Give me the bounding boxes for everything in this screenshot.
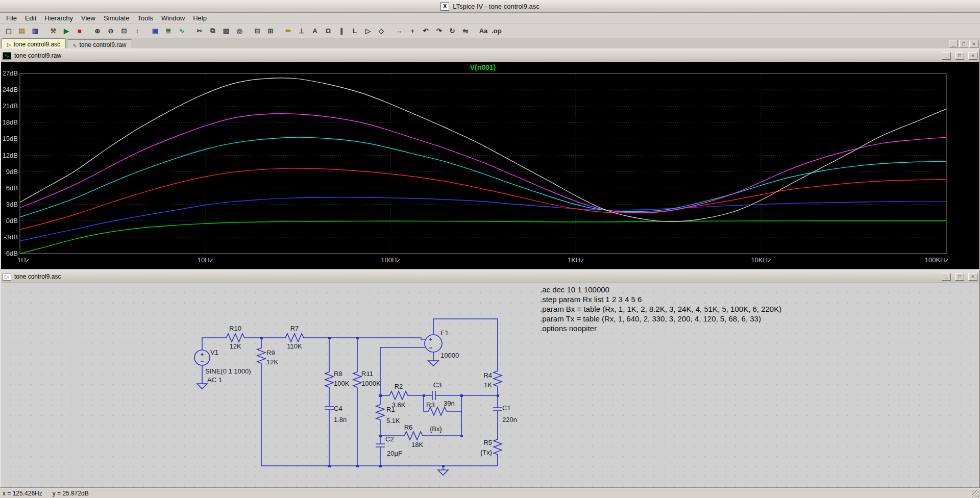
label-R1[interactable]: R1 <box>386 406 395 413</box>
schematic-canvas[interactable]: V1 SINE(0 1 1000) AC 1 R10 12K R9 12K R7… <box>1 283 979 487</box>
resize-grip[interactable] <box>972 490 980 498</box>
capacitor-C2[interactable] <box>376 444 385 447</box>
label-V1[interactable]: V1 <box>210 348 218 356</box>
waveform-plot-pane[interactable]: V(n001) 27dB24dB21dB18dB15dB12dB9dB6dB3d… <box>1 62 979 269</box>
resistor-R10[interactable] <box>223 334 248 342</box>
zoom-full-icon[interactable]: ⊡ <box>117 24 131 37</box>
mdi-minimize-button[interactable]: _ <box>949 40 958 47</box>
spice-directive-param-bx[interactable]: .param Bx = table (Rx, 1, 1K, 2, 8.2K, 3… <box>540 305 781 313</box>
label-R10[interactable]: R10 <box>229 325 241 332</box>
zoom-in-icon[interactable]: ⊕ <box>91 24 104 37</box>
resistor-R11[interactable] <box>353 369 361 390</box>
resistor-R9[interactable] <box>257 345 265 366</box>
value-C4[interactable]: 1.8n <box>334 416 347 424</box>
waveform-maximize-button[interactable]: □ <box>955 52 964 60</box>
label-R11[interactable]: R11 <box>361 370 373 378</box>
resistor-icon[interactable]: Ω <box>322 24 335 37</box>
label-C2[interactable]: C2 <box>385 435 394 443</box>
label-E1[interactable]: E1 <box>440 329 449 337</box>
value-R9[interactable]: 12K <box>266 358 278 366</box>
copy-icon[interactable]: ⧉ <box>206 24 219 37</box>
capacitor-C4[interactable] <box>325 407 334 410</box>
redo-icon[interactable]: ↷ <box>432 24 446 37</box>
ground-icon[interactable]: ⊥ <box>295 24 308 37</box>
value-R5[interactable]: {Tx} <box>480 449 493 456</box>
schematic-minimize-button[interactable]: _ <box>942 273 951 281</box>
spice-directive-icon[interactable]: .op <box>490 24 503 37</box>
capacitor-C3[interactable] <box>432 391 435 400</box>
label-R2[interactable]: R2 <box>395 383 403 390</box>
resistor-R2[interactable] <box>386 391 411 400</box>
resistor-R8[interactable] <box>325 369 333 390</box>
drag-icon[interactable]: + <box>406 24 419 37</box>
print-icon[interactable]: ⊟ <box>251 24 264 37</box>
ground-symbol[interactable] <box>197 361 448 475</box>
value-R4[interactable]: 1K <box>484 381 492 389</box>
schematic-window-titlebar[interactable]: ▷ tone control9.asc _ □ × <box>1 270 979 283</box>
capacitor-C1[interactable] <box>493 408 502 411</box>
cut-icon[interactable]: ✂ <box>193 24 206 37</box>
value-R6[interactable]: 18K <box>411 441 423 449</box>
voltage-source-V1[interactable] <box>194 350 210 365</box>
mdi-close-button[interactable]: × <box>969 40 978 47</box>
value-R3[interactable]: {Bx} <box>430 425 443 433</box>
label-C4[interactable]: C4 <box>334 405 342 412</box>
menu-file[interactable]: File <box>2 14 21 22</box>
new-schematic-icon[interactable]: ▢ <box>2 24 15 37</box>
view-netlist-icon[interactable]: ≣ <box>162 24 175 37</box>
value-R11[interactable]: 1000K <box>361 380 381 387</box>
waveform-close-button[interactable]: × <box>968 52 977 60</box>
schematic-close-button[interactable]: × <box>968 273 977 281</box>
menu-view[interactable]: View <box>77 14 100 22</box>
value-V1-line2[interactable]: AC 1 <box>207 376 222 384</box>
inductor-icon[interactable]: L <box>348 24 361 37</box>
move-icon[interactable]: ↔ <box>393 24 406 37</box>
menu-tools[interactable]: Tools <box>134 14 157 22</box>
waveform-window-titlebar[interactable]: ∿ tone control9.raw _ □ × <box>1 49 979 62</box>
spice-directive-step[interactable]: .step param Rx list 1 2 3 4 5 6 <box>540 295 642 304</box>
label-R9[interactable]: R9 <box>266 349 275 357</box>
component-icon[interactable]: ◇ <box>375 24 388 37</box>
dependent-source-E1[interactable] <box>425 335 442 352</box>
resistor-R4[interactable] <box>494 368 502 389</box>
label-R4[interactable]: R4 <box>483 371 492 379</box>
diode-icon[interactable]: ▷ <box>361 24 375 37</box>
value-R1[interactable]: 5.1K <box>386 417 400 425</box>
label-R5[interactable]: R5 <box>483 439 492 446</box>
label-C1[interactable]: C1 <box>502 404 511 412</box>
save-icon[interactable]: ▥ <box>29 24 42 37</box>
value-R7[interactable]: 110K <box>287 342 302 350</box>
menu-window[interactable]: Window <box>157 14 189 22</box>
capacitor-icon[interactable]: ∥ <box>335 24 348 37</box>
menu-help[interactable]: Help <box>189 14 211 22</box>
run-icon[interactable]: ▶ <box>60 24 73 37</box>
menu-edit[interactable]: Edit <box>21 14 40 22</box>
value-R8[interactable]: 100K <box>334 380 350 387</box>
view-schematic-icon[interactable]: ▣ <box>149 24 162 37</box>
spice-directive-options[interactable]: .options noopiter <box>540 324 597 333</box>
label-R7[interactable]: R7 <box>290 325 299 332</box>
halt-icon[interactable]: ■ <box>73 24 86 37</box>
waveform-minimize-button[interactable]: _ <box>942 52 951 60</box>
resistor-R7[interactable] <box>282 334 307 342</box>
value-V1-line1[interactable]: SINE(0 1 1000) <box>205 367 251 375</box>
paste-icon[interactable]: ▨ <box>219 24 233 37</box>
zoom-out-icon[interactable]: ⊖ <box>104 24 117 37</box>
view-waveform-icon[interactable]: ∿ <box>175 24 188 37</box>
find-icon[interactable]: ◎ <box>233 24 246 37</box>
schematic-maximize-button[interactable]: □ <box>955 273 964 281</box>
control-panel-icon[interactable]: ⚒ <box>46 24 60 37</box>
spice-directive-param-tx[interactable]: .param Tx = table (Rx, 1, 640, 2, 330, 3… <box>540 314 761 323</box>
rotate-icon[interactable]: ↻ <box>446 24 459 37</box>
open-file-icon[interactable]: ▤ <box>15 24 29 37</box>
value-E1[interactable]: 10000 <box>440 352 459 359</box>
label-R6[interactable]: R6 <box>404 424 413 431</box>
autorange-icon[interactable]: ↕ <box>131 24 144 37</box>
value-C3[interactable]: 39n <box>444 400 455 407</box>
menu-hierarchy[interactable]: Hierarchy <box>40 14 77 22</box>
value-C1[interactable]: 220n <box>502 416 517 424</box>
undo-icon[interactable]: ↶ <box>419 24 432 37</box>
value-C2[interactable]: 20µF <box>387 450 402 457</box>
print-preview-icon[interactable]: ⊞ <box>264 24 277 37</box>
resistor-R5[interactable] <box>494 436 502 458</box>
